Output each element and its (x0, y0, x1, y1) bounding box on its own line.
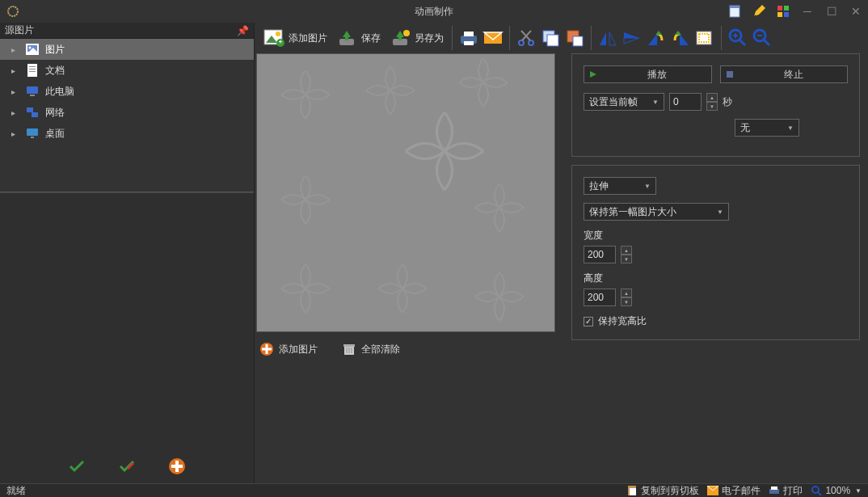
zoom-out-button[interactable] (751, 27, 773, 49)
height-input[interactable]: 200 (584, 289, 616, 306)
caret-down-icon: ▼ (652, 99, 659, 106)
save-button[interactable]: 保存 (332, 25, 384, 51)
svg-rect-17 (27, 86, 38, 94)
pencil-icon[interactable] (747, 0, 771, 23)
tree-expand-icon[interactable]: ▸ (11, 108, 19, 117)
tree-label: 图片 (45, 43, 65, 57)
saveas-label: 另存为 (415, 32, 444, 45)
svg-rect-84 (771, 486, 777, 490)
film-add-label: 添加图片 (279, 343, 318, 356)
color-grid-icon[interactable] (771, 0, 795, 23)
width-spinner[interactable]: ▲▼ (621, 246, 632, 263)
crop-button[interactable] (693, 27, 716, 49)
height-label: 高度 (584, 272, 848, 285)
email-button[interactable] (482, 27, 504, 49)
app-icon (6, 5, 19, 18)
svg-rect-25 (171, 465, 183, 468)
save-icon (335, 27, 358, 49)
film-clear-button[interactable]: 全部清除 (342, 342, 400, 356)
add-image-button[interactable]: 添加图片 (259, 25, 331, 51)
effect-select[interactable]: 无 ▼ (735, 119, 799, 137)
svg-rect-15 (29, 69, 36, 69)
minimize-button[interactable]: ─ (795, 0, 820, 23)
svg-point-45 (529, 40, 533, 45)
tree-item-network[interactable]: ▸ 网络 (0, 102, 254, 123)
flip-v-button[interactable] (621, 27, 643, 49)
svg-marker-59 (675, 31, 681, 35)
canvas[interactable] (256, 53, 555, 332)
magnifier-icon (811, 485, 822, 496)
width-label: 宽度 (584, 229, 848, 242)
svg-rect-49 (547, 35, 558, 46)
computer-icon (26, 85, 39, 98)
tree-item-computer[interactable]: ▸ 此电脑 (0, 81, 254, 102)
size-panel: 拉伸 ▼ 保持第一幅图片大小 ▼ 宽度 200 ▲▼ (571, 165, 860, 340)
svg-line-67 (764, 40, 769, 45)
copy-button[interactable] (539, 27, 562, 49)
frame-spinner[interactable]: ▲▼ (706, 93, 718, 111)
flip-h-button[interactable] (596, 27, 619, 49)
tree-expand-icon[interactable]: ▸ (11, 66, 19, 75)
tree-expand-icon[interactable]: ▸ (11, 45, 19, 54)
check-red-icon[interactable] (118, 457, 136, 475)
email-icon (707, 486, 718, 495)
print-button[interactable] (457, 27, 480, 49)
film-add-button[interactable]: 添加图片 (259, 342, 318, 356)
size-mode-select[interactable]: 拉伸 ▼ (584, 177, 656, 195)
film-clear-label: 全部清除 (361, 343, 400, 356)
height-spinner[interactable]: ▲▼ (621, 289, 632, 306)
caret-down-icon: ▼ (855, 487, 862, 495)
svg-point-28 (276, 32, 280, 36)
image-folder-icon (26, 43, 39, 56)
size-source-label: 保持第一幅图片大小 (589, 205, 676, 219)
frame-mode-select[interactable]: 设置当前帧 ▼ (584, 93, 664, 111)
play-button[interactable]: 播放 (584, 65, 712, 83)
play-panel: 播放 终止 设置当前帧 ▼ 0 ▲▼ 秒 (571, 53, 860, 157)
svg-rect-78 (727, 71, 733, 78)
paste-button[interactable] (563, 27, 586, 49)
tree-item-desktop[interactable]: ▸ 桌面 (0, 123, 254, 144)
status-print-button[interactable]: 打印 (769, 484, 803, 498)
status-clipboard-button[interactable]: 复制到剪切板 (626, 484, 699, 498)
film-actions: 添加图片 全部清除 (256, 337, 563, 361)
tree-expand-icon[interactable]: ▸ (11, 87, 19, 96)
svg-rect-22 (31, 137, 34, 138)
status-email-button[interactable]: 电子邮件 (707, 484, 761, 498)
tree-expand-icon[interactable]: ▸ (11, 129, 19, 138)
rotate-left-button[interactable] (645, 27, 668, 49)
rotate-right-button[interactable] (669, 27, 692, 49)
maximize-button[interactable]: ☐ (820, 0, 844, 23)
note-icon[interactable] (723, 0, 747, 23)
zoom-in-button[interactable] (727, 27, 749, 49)
cut-button[interactable] (515, 27, 537, 49)
svg-marker-57 (655, 31, 662, 35)
svg-point-44 (519, 40, 524, 45)
close-button[interactable]: ✕ (844, 0, 868, 23)
svg-marker-58 (680, 34, 689, 45)
svg-rect-6 (784, 6, 789, 11)
frame-value-input[interactable]: 0 (669, 93, 702, 111)
trash-icon (342, 342, 356, 356)
pin-icon[interactable]: 📌 (237, 25, 249, 36)
add-orange-icon[interactable] (168, 457, 186, 475)
network-icon (26, 106, 39, 119)
tree-item-images[interactable]: ▸ 图片 (0, 39, 254, 60)
play-icon (589, 70, 597, 78)
stop-button[interactable]: 终止 (720, 65, 849, 83)
svg-rect-19 (27, 107, 33, 112)
tree-label: 网络 (45, 106, 65, 120)
svg-point-0 (8, 6, 18, 16)
svg-rect-16 (29, 71, 36, 72)
svg-rect-80 (630, 488, 636, 495)
svg-marker-54 (624, 32, 639, 38)
svg-rect-13 (27, 64, 37, 77)
width-input[interactable]: 200 (584, 246, 616, 263)
keep-aspect-checkbox[interactable]: ✓ 保持宽高比 (584, 314, 848, 328)
saveas-button[interactable]: 另存为 (386, 25, 447, 51)
size-source-select[interactable]: 保持第一幅图片大小 ▼ (584, 203, 729, 221)
check-green-icon[interactable] (68, 457, 86, 475)
tree-item-documents[interactable]: ▸ 文档 (0, 60, 254, 81)
printer-icon (769, 486, 780, 495)
titlebar: 动画制作 ─ ☐ ✕ (0, 0, 868, 23)
status-zoom[interactable]: 100% ▼ (811, 485, 862, 496)
